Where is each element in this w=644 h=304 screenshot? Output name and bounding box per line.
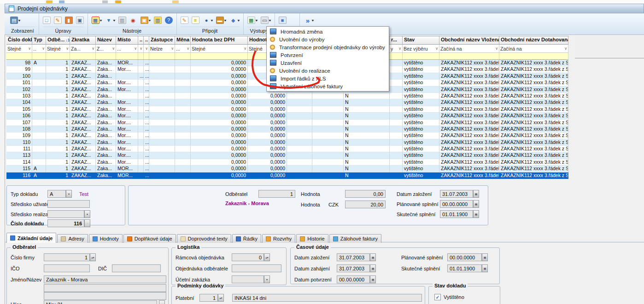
- quickfilter-cell[interactable]: [116, 53, 138, 59]
- hodnota-field[interactable]: 0,00: [345, 190, 386, 198]
- tab-adresy[interactable]: Adresy: [57, 234, 88, 243]
- menu-item-uzav-en[interactable]: Uzavření: [267, 59, 389, 67]
- column-filter-dropdown[interactable]: Za...∨: [70, 45, 96, 52]
- quickfilter-cell[interactable]: [191, 53, 248, 59]
- stamp-button[interactable]: ◆▾: [229, 17, 240, 24]
- tab-rozvrhy[interactable]: Rozvrhy: [262, 234, 295, 243]
- quickfilter-cell[interactable]: [144, 53, 149, 59]
- quickfilter-cell[interactable]: [138, 53, 144, 59]
- help-button[interactable]: ?: [165, 17, 173, 24]
- column-filter-dropdown[interactable]: Nelze∨: [149, 45, 175, 52]
- skutecne-splneni-field[interactable]: 01.01.1900: [440, 210, 473, 218]
- planovane-splneni-field[interactable]: 00.00.0000: [440, 200, 473, 208]
- tab-dky[interactable]: Řádky: [232, 234, 261, 243]
- edit-document-button[interactable]: ✎: [54, 17, 62, 24]
- planovane-splneni2-field[interactable]: 00.00.0000: [447, 253, 482, 261]
- calendar-button[interactable]: ▦: [370, 253, 376, 261]
- calendar-button[interactable]: ▦: [482, 253, 488, 261]
- table-row[interactable]: 115A1ZAKAZ...Zaka...MOR......0,00000,000…: [6, 166, 568, 172]
- new-document-button[interactable]: □: [43, 17, 51, 24]
- column-header[interactable]: Měna: [175, 36, 191, 44]
- more-actions-button[interactable]: »▾: [304, 17, 314, 24]
- cislo-firmy-spinner[interactable]: ▴▾: [90, 253, 96, 261]
- typ-dokladu-dropdown-button[interactable]: ▾: [66, 190, 72, 198]
- list-button[interactable]: ≡: [192, 17, 199, 24]
- copy-document-button[interactable]: ▣: [76, 17, 84, 24]
- stredisko-realizace-field[interactable]: [47, 210, 84, 218]
- column-filter-dropdown[interactable]: ∨: [138, 45, 144, 52]
- table-row[interactable]: 1111ZAKAZ...Zaka...Mor.......0,00000,000…: [6, 146, 568, 152]
- ucetni-zakazka-button[interactable]: ▾: [264, 275, 270, 283]
- menu-item-hromadn-zm-na[interactable]: Hromadná změna: [267, 28, 389, 35]
- calendar-button[interactable]: ▦: [473, 200, 479, 208]
- table-row[interactable]: 1041ZAKAZ...Zaka...Mor.......0,00000,000…: [6, 99, 568, 106]
- quickfilter-cell[interactable]: [390, 53, 403, 59]
- column-header[interactable]: ..: [138, 36, 144, 44]
- column-filter-dropdown[interactable]: y∨: [390, 45, 403, 52]
- calendar-button[interactable]: ▦: [473, 210, 479, 218]
- column-header[interactable]: Zkratka: [70, 36, 96, 44]
- table-row[interactable]: 1051ZAKAZ...Zaka...Mor.......0,00000,000…: [6, 106, 568, 113]
- platebni-field[interactable]: 1: [199, 294, 218, 302]
- settings-active-button[interactable]: ▦▾: [92, 17, 102, 24]
- tab-historie[interactable]: Historie: [296, 234, 328, 243]
- quickfilter-cell[interactable]: [6, 53, 32, 59]
- quickfilter-cell[interactable]: [70, 53, 96, 59]
- tab-dopl-kov-daje[interactable]: Doplňkové údaje: [123, 234, 176, 243]
- datum-potvrzeni-field[interactable]: 00.00.0000: [337, 275, 370, 283]
- menu-item-potvrzen[interactable]: Potvrzení: [267, 51, 389, 59]
- chart-button[interactable]: ▥: [154, 17, 162, 24]
- package-button[interactable]: ▣▾: [141, 17, 151, 24]
- table-row[interactable]: 1091ZAKAZ...Zaka...Mor.......0,00000,000…: [6, 132, 568, 139]
- tab-z-kladn-daje[interactable]: Základní údaje: [6, 233, 56, 243]
- vytisteno-checkbox[interactable]: ✓: [434, 294, 441, 300]
- dic-field[interactable]: [112, 264, 161, 272]
- datum-zalozeni-field[interactable]: 31.07.2003: [440, 190, 473, 198]
- table-row[interactable]: 1081ZAKAZ...Zaka...Mor.......0,00000,000…: [6, 126, 568, 132]
- ucetni-zakazka-field[interactable]: [232, 275, 264, 283]
- typ-dokladu-field[interactable]: A: [47, 190, 66, 198]
- lock-icon[interactable]: ◦: [84, 219, 90, 227]
- tab-doprovodn-texty[interactable]: Doprovodné texty: [177, 234, 231, 243]
- ico-field[interactable]: [44, 264, 90, 272]
- column-header[interactable]: Obchodní název Vložená: [439, 36, 499, 44]
- table-row[interactable]: 1031ZAKAZ...Zaka......0,00000,0000Nvytiš…: [6, 93, 568, 99]
- column-header[interactable]: Číslo dokladu: [6, 36, 32, 44]
- view-button[interactable]: ▤▾: [10, 17, 20, 24]
- quickfilter-cell[interactable]: [403, 53, 439, 59]
- custom-button[interactable]: ■: [279, 17, 287, 24]
- validate-button[interactable]: ◉: [129, 17, 137, 24]
- ulice-field[interactable]: Miru 21: [44, 300, 157, 304]
- skutecne-splneni2-field[interactable]: 01.01.1900: [447, 264, 482, 272]
- tab-hodnoty[interactable]: Hodnoty: [89, 234, 123, 243]
- briefcase-button[interactable]: ▬▾: [216, 17, 226, 24]
- menu-item-uvoln-n-do-realizace[interactable]: Uvolnění do realizace: [267, 67, 389, 75]
- print-button[interactable]: ▭▾: [261, 17, 271, 24]
- column-header[interactable]: Stav: [403, 36, 439, 44]
- nazev3-field[interactable]: [44, 292, 166, 300]
- ramcova-objednavka-field[interactable]: 0: [232, 253, 264, 261]
- jmeno-nazev-field[interactable]: Zakaznik - Morava: [44, 275, 166, 283]
- quickfilter-cell[interactable]: [499, 53, 568, 59]
- column-filter-dropdown[interactable]: Z...∨: [96, 45, 116, 52]
- column-filter-dropdown[interactable]: Začíná na∨: [439, 45, 499, 52]
- calendar-button[interactable]: ▦: [370, 275, 376, 283]
- menu-item-import-dk-z-xls[interactable]: Import řádků z XLS: [267, 75, 389, 82]
- column-filter-dropdown[interactable]: Stejné∨: [6, 45, 32, 52]
- ulice-button[interactable]: ▾: [159, 300, 165, 304]
- column-filter-dropdown[interactable]: Stejné∨: [191, 45, 248, 52]
- quickfilter-cell[interactable]: [149, 53, 175, 59]
- column-header[interactable]: ..: [144, 36, 149, 44]
- quickfilter-cell[interactable]: [96, 53, 116, 59]
- column-filter-dropdown[interactable]: Začíná na∨: [499, 45, 568, 52]
- cislo-dokladu-field[interactable]: 116: [47, 219, 84, 227]
- note-button[interactable]: ✎: [181, 17, 188, 24]
- stredisko-realizace-button[interactable]: ▾: [84, 210, 90, 218]
- column-header[interactable]: Hodnota bez DPH: [191, 36, 248, 44]
- hodnota-czk-field[interactable]: 20,00: [345, 201, 386, 208]
- column-header[interactable]: Obchodní název Dotahovaná: [499, 36, 568, 44]
- table-row[interactable]: 1071ZAKAZ...Zaka...Mor.......0,00000,000…: [6, 120, 568, 126]
- odberatel-field[interactable]: 1: [258, 190, 295, 198]
- platebni-spinner[interactable]: ▴▾: [218, 294, 224, 302]
- menu-item-uvoln-n-do-v-roby[interactable]: Uvolnění do výroby: [267, 35, 389, 43]
